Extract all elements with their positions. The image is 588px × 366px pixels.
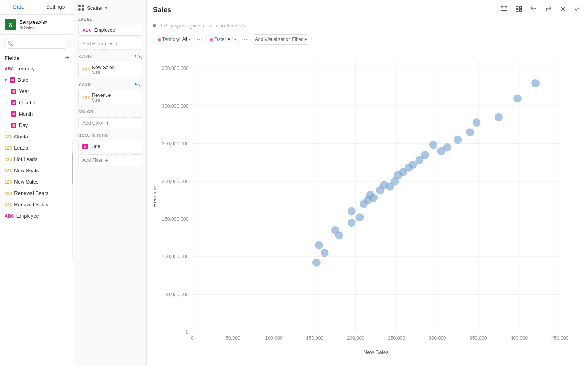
field-type-icon-year: ▦ [11, 89, 16, 94]
date-filter-menu[interactable]: ⋯ [242, 36, 247, 43]
add-field-button[interactable]: + [65, 54, 69, 61]
x-axis-field-chip[interactable]: 123 New Sales Sum [78, 62, 142, 77]
close-button[interactable] [558, 4, 568, 15]
header-actions [499, 4, 582, 16]
field-item-new-seats[interactable]: 123 New Seats [0, 165, 74, 176]
y-axis-title: Y AXIS [78, 82, 92, 87]
svg-text:300,000,000: 300,000,000 [162, 104, 189, 109]
x-axis-fx-button[interactable]: F(x) [134, 54, 142, 59]
tab-settings[interactable]: Settings [37, 0, 74, 14]
field-item-employee[interactable]: ABC Employee [0, 210, 74, 221]
field-item-renewal-sales[interactable]: 123 Renewal Sales [0, 199, 74, 210]
search-input[interactable] [4, 38, 70, 49]
field-type-icon-renewal-seats: 123 [5, 191, 12, 196]
redo-button[interactable] [543, 4, 554, 16]
field-name-day: Day [19, 122, 28, 128]
y-axis-field-name: Revenue [92, 93, 111, 98]
grid-button[interactable] [514, 4, 524, 16]
field-name-year: Year [19, 88, 29, 94]
x-axis-field-name: New Sales [92, 65, 114, 70]
search-box: 🔍 [4, 38, 70, 49]
field-item-territory[interactable]: ABC Territory [0, 63, 74, 74]
field-item-day[interactable]: ▦ Day [0, 120, 74, 131]
field-type-icon-month: ▦ [11, 111, 16, 117]
svg-text:400,000: 400,000 [511, 336, 528, 341]
fields-header: Fields + [0, 52, 74, 63]
section-label-title: LABEL [78, 17, 142, 21]
chart-area: 050,000,000100,000,000150,000,000200,000… [147, 48, 588, 366]
section-filters-title: DATA FILTERS [78, 134, 142, 138]
svg-point-70 [443, 143, 451, 151]
field-item-date[interactable]: ▾ ▦ Date [0, 74, 74, 86]
label-field-chip[interactable]: ABC Employee [78, 25, 142, 36]
svg-text:150,000,000: 150,000,000 [162, 216, 189, 222]
close-icon [560, 6, 566, 12]
field-item-hot-leads[interactable]: 123 Hot Leads [0, 154, 74, 165]
add-color-button[interactable]: Add Color + [78, 117, 142, 129]
svg-rect-0 [516, 6, 518, 8]
alarm-button[interactable] [499, 4, 509, 16]
add-viz-filter-button[interactable]: Add Visualization Filter + [251, 34, 312, 45]
field-name-hot-leads: Hot Leads [14, 156, 37, 162]
add-filter-button[interactable]: Add Filter + [78, 154, 142, 166]
svg-point-52 [348, 207, 355, 215]
field-item-quarter[interactable]: ▦ Quarter [0, 97, 74, 108]
file-icon: X [5, 19, 16, 30]
territory-filter-menu[interactable]: ⋯ [197, 36, 202, 43]
description-bar[interactable]: ≡ A description gives context to this da… [147, 20, 588, 31]
svg-point-68 [429, 141, 437, 149]
chart-title: Sales [153, 6, 171, 14]
territory-filter-pill[interactable]: ▦ Territory: All ▾ [153, 35, 195, 44]
y-axis-fx-button[interactable]: F(x) [134, 82, 142, 87]
field-type-icon-day: ▦ [11, 123, 16, 128]
date-filter-value: All [228, 37, 233, 42]
main-panel: Sales ≡ A description gives contex [147, 0, 588, 366]
field-name-leads: Leads [14, 145, 28, 151]
field-type-icon-new-seats: 123 [5, 168, 12, 173]
field-name-territory: Territory [16, 66, 35, 71]
field-item-quota[interactable]: 123 Quota [0, 131, 74, 142]
date-filter-pill[interactable]: ▦ Date: All ▾ [205, 35, 240, 44]
y-axis-field-chip[interactable]: 123 Revenue Sum [78, 90, 142, 105]
undo-button[interactable] [529, 4, 539, 16]
field-item-month[interactable]: ▦ Month [0, 108, 74, 120]
svg-text:50,000,000: 50,000,000 [165, 292, 189, 297]
svg-rect-3 [520, 10, 522, 12]
tab-data[interactable]: Data [0, 0, 37, 14]
svg-text:350,000: 350,000 [470, 336, 487, 341]
field-name-month: Month [19, 111, 33, 117]
filter-date-chip[interactable]: ▦ Date [78, 141, 142, 152]
field-name-renewal-seats: Renewal Seats [14, 190, 48, 196]
add-hierarchy-button[interactable]: Add Hierarchy + [78, 38, 142, 50]
redo-icon [545, 5, 552, 12]
add-viz-filter-plus-icon: + [304, 36, 307, 43]
chart-type-selector[interactable]: Scatter ▾ [78, 5, 142, 11]
check-button[interactable] [572, 4, 582, 15]
field-type-icon-renewal-sales: 123 [5, 202, 12, 207]
field-item-renewal-seats[interactable]: 123 Renewal Seats [0, 187, 74, 199]
svg-text:250,000: 250,000 [388, 336, 405, 341]
territory-filter-caret: ▾ [189, 37, 191, 42]
svg-point-50 [335, 232, 343, 239]
date-filter-caret: ▾ [234, 37, 236, 42]
add-color-label: Add Color [82, 120, 103, 126]
chart-type-label: Scatter [87, 5, 103, 11]
fields-list: ABC Territory ▾ ▦ Date ▦ Year ▦ Quarter [0, 63, 74, 366]
x-axis-title: X AXIS [78, 55, 92, 59]
file-menu-button[interactable]: ⋯ [63, 21, 69, 29]
description-text: A description gives context to this data [159, 23, 246, 29]
x-axis-field-type: 123 [82, 68, 90, 72]
svg-point-48 [312, 259, 320, 266]
scrollbar-thumb[interactable] [72, 153, 73, 184]
field-item-new-sales[interactable]: 123 New Sales [0, 176, 74, 187]
svg-point-57 [370, 194, 378, 202]
svg-point-76 [532, 79, 540, 87]
add-viz-filter-label: Add Visualization Filter [255, 37, 303, 42]
check-icon [574, 6, 580, 12]
field-item-year[interactable]: ▦ Year [0, 86, 74, 97]
field-item-leads[interactable]: 123 Leads [0, 142, 74, 154]
scatter-icon [78, 5, 84, 11]
svg-text:0: 0 [191, 336, 194, 341]
fields-label: Fields [5, 55, 20, 61]
field-name-quarter: Quarter [19, 100, 36, 105]
